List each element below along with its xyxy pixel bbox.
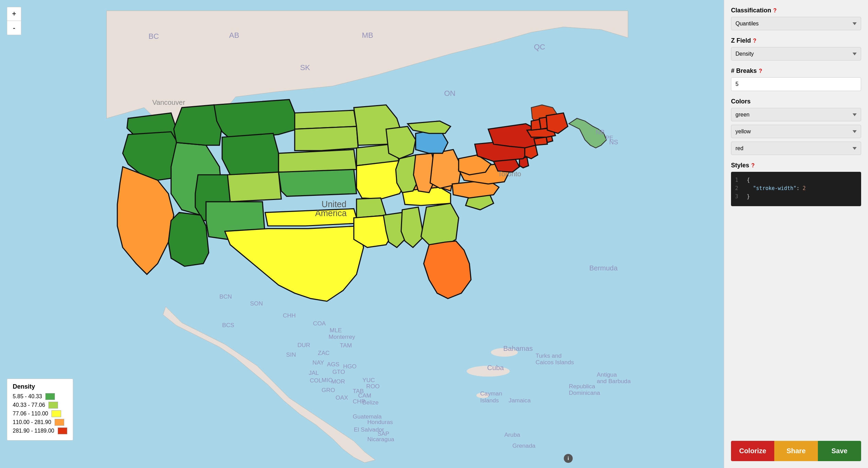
line-number: 2 [735,184,743,192]
legend-color-swatch [45,393,55,400]
svg-text:ON: ON [444,89,456,98]
svg-text:YUC: YUC [363,377,375,383]
styles-label: Styles ? [731,162,861,169]
legend-range: 77.06 - 110.00 [13,411,48,417]
svg-text:DUR: DUR [297,342,310,348]
svg-text:Belize: Belize [363,399,379,406]
svg-text:Islands: Islands [480,397,499,404]
svg-text:Caicos Islands: Caicos Islands [536,359,574,366]
code-line: 3} [735,192,857,201]
svg-text:COA: COA [313,320,326,327]
svg-text:ZAC: ZAC [318,349,330,356]
svg-text:CHH: CHH [283,312,296,319]
code-line: 1{ [735,176,857,184]
legend-color-swatch [58,427,67,434]
svg-text:BCN: BCN [219,293,232,300]
info-icon[interactable]: i [564,454,573,463]
legend-item: 5.85 - 40.33 [13,393,67,400]
svg-text:BC: BC [148,32,159,41]
legend: Density 5.85 - 40.3340.33 - 77.0677.06 -… [7,379,73,441]
save-button[interactable]: Save [818,441,861,461]
zoom-in-button[interactable]: + [7,7,21,21]
zoom-controls: + - [7,7,21,35]
svg-text:Republica: Republica [569,383,595,390]
breaks-help-icon[interactable]: ? [759,68,762,74]
svg-text:HGO: HGO [343,363,356,370]
svg-text:Toronto: Toronto [498,170,521,178]
svg-text:SON: SON [250,300,263,307]
color1-select[interactable]: greenblueredpurple [731,108,861,121]
svg-text:PE: PE [605,134,613,141]
legend-item: 40.33 - 77.06 [13,402,67,409]
zfield-label: Z Field ? [731,37,861,44]
classification-label: Classification ? [731,7,861,14]
svg-text:BCS: BCS [222,322,234,328]
svg-text:SIN: SIN [286,351,296,358]
svg-text:Bahamas: Bahamas [503,345,533,352]
styles-help-icon[interactable]: ? [751,163,755,169]
svg-text:NB: NB [596,129,605,136]
svg-text:MIC: MIC [322,377,333,383]
colorize-button[interactable]: Colorize [731,441,774,461]
legend-color-swatch [52,410,61,417]
svg-text:Monterrey: Monterrey [329,333,355,340]
styles-row: Styles ? 1{2 "stroke-width": 23} [731,162,861,206]
legend-range: 281.90 - 1189.00 [13,428,54,434]
map-svg: United America BC AB SK MB ON QC NB NS P… [0,0,724,468]
colors-row: Colors greenblueredpurple yellowwhiteora… [731,98,861,155]
map-container: United America BC AB SK MB ON QC NB NS P… [0,0,724,468]
svg-text:NAY: NAY [312,359,324,366]
svg-text:Dominicana: Dominicana [569,389,600,396]
svg-text:Antigua: Antigua [597,371,617,378]
svg-text:SK: SK [300,63,310,72]
zfield-help-icon[interactable]: ? [753,38,756,44]
legend-item: 281.90 - 1189.00 [13,427,67,434]
legend-range: 110.00 - 281.90 [13,419,51,425]
svg-text:America: America [315,208,347,218]
settings-panel: Classification ? QuantilesEqual Interval… [724,0,868,468]
styles-editor[interactable]: 1{2 "stroke-width": 23} [731,172,861,206]
svg-text:TAM: TAM [340,342,352,349]
svg-text:AB: AB [229,31,239,40]
svg-text:Cayman: Cayman [480,390,502,397]
zfield-select[interactable]: DensityPopulationArea [731,47,861,60]
legend-item: 77.06 - 110.00 [13,410,67,417]
color3-select[interactable]: redorangebluepurple [731,142,861,155]
svg-text:MLE: MLE [330,327,342,334]
svg-text:JAL: JAL [309,369,319,376]
line-number: 3 [735,192,743,201]
line-number: 1 [735,176,743,184]
svg-text:Grenada: Grenada [512,442,535,449]
legend-range: 40.33 - 77.06 [13,402,45,408]
svg-text:GRO: GRO [322,387,335,393]
svg-text:Turks and: Turks and [536,352,562,359]
svg-text:AGS: AGS [327,361,339,368]
svg-text:COL: COL [310,377,322,384]
svg-text:Aruba: Aruba [504,431,520,438]
legend-title: Density [13,383,67,390]
zfield-row: Z Field ? DensityPopulationArea [731,37,861,60]
color2-select[interactable]: yellowwhiteorangegray [731,125,861,138]
svg-text:QC: QC [534,43,545,51]
breaks-row: # Breaks ? [731,67,861,91]
classification-select[interactable]: QuantilesEqual IntervalNatural BreaksSta… [731,17,861,30]
svg-text:Honduras: Honduras [367,419,393,425]
svg-text:Bermuda: Bermuda [589,264,618,272]
code-line: 2 "stroke-width": 2 [735,184,857,192]
svg-text:OAX: OAX [335,394,348,401]
classification-help-icon[interactable]: ? [773,8,777,14]
legend-color-swatch [48,402,58,409]
colors-label: Colors [731,98,861,105]
legend-range: 5.85 - 40.33 [13,393,42,400]
svg-text:United: United [322,199,346,209]
action-buttons: Colorize Share Save [731,434,861,461]
svg-text:and Barbuda: and Barbuda [597,378,631,385]
breaks-label: # Breaks ? [731,67,861,75]
legend-color-swatch [55,419,64,426]
zoom-out-button[interactable]: - [7,21,21,35]
breaks-input[interactable] [731,77,861,91]
svg-text:MOR: MOR [331,378,345,385]
svg-text:SAP: SAP [377,430,389,437]
share-button[interactable]: Share [774,441,818,461]
legend-item: 110.00 - 281.90 [13,419,67,426]
